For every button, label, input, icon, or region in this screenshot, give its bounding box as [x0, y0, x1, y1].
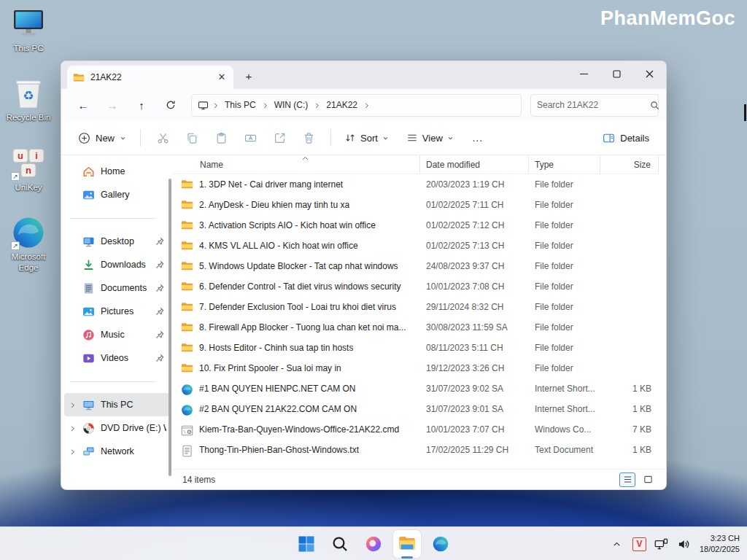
view-button-label: View	[422, 133, 443, 144]
desktop: PhanMemGoc This PC♻Recycle Binuin↗UniKey…	[0, 0, 747, 560]
file-row[interactable]: #1 BAN QUYEN HIENPC.NET CAM ON31/07/2023…	[172, 378, 659, 399]
file-type: File folder	[529, 363, 600, 373]
clock[interactable]: 3:23 CH 18/02/2025	[700, 533, 743, 555]
file-type: File folder	[529, 261, 600, 271]
file-row[interactable]: 2. AnyDesk - Dieu khien may tinh tu xa01…	[172, 195, 659, 215]
svg-text:i: i	[35, 150, 38, 161]
file-row[interactable]: Kiem-Tra-Ban-Quyen-Windows-Office-21AK22…	[172, 419, 659, 440]
close-button[interactable]	[633, 61, 666, 86]
breadcrumb[interactable]: This PC WIN (C:) 21AK22	[191, 94, 522, 117]
minimize-button[interactable]	[568, 61, 600, 86]
file-date-modified: 10/01/2023 7:08 CH	[420, 281, 529, 292]
chevron-right-icon	[212, 102, 219, 109]
desktop-icon-this-pc[interactable]: This PC	[4, 7, 53, 53]
sort-button[interactable]: Sort	[338, 128, 395, 148]
file-size: 1 KB	[600, 445, 659, 455]
view-button[interactable]: View	[400, 128, 460, 148]
column-header-type[interactable]: Type	[529, 155, 600, 174]
taskbar-copilot-button[interactable]	[360, 530, 387, 558]
sidebar-item-gallery[interactable]: Gallery	[64, 183, 169, 206]
sidebar-item-this-pc[interactable]: This PC	[64, 393, 169, 416]
rename-button[interactable]	[236, 125, 265, 150]
chevron-right-icon[interactable]	[67, 402, 77, 408]
taskbar-explorer-button[interactable]	[393, 530, 421, 558]
sidebar-scrollbar[interactable]	[169, 179, 171, 476]
desktop-icon-microsoft-edge[interactable]: ↗Microsoft Edge	[4, 216, 53, 273]
share-button[interactable]	[265, 125, 294, 150]
taskbar-search-button[interactable]	[326, 530, 354, 558]
new-button[interactable]: New	[71, 128, 133, 149]
details-button-label: Details	[620, 133, 649, 144]
column-header-size[interactable]: Size	[600, 155, 659, 174]
delete-button[interactable]	[294, 125, 323, 150]
search-input[interactable]	[537, 100, 650, 110]
sidebar-item-desktop[interactable]: Desktop	[64, 230, 169, 253]
search-box[interactable]	[530, 94, 659, 117]
up-button[interactable]: ↑	[131, 94, 152, 116]
details-button[interactable]: Details	[596, 128, 656, 149]
file-name-cell: 6. Defender Control - Tat diet virus win…	[172, 281, 420, 292]
new-tab-button[interactable]: +	[239, 68, 258, 87]
sidebar-item-pictures[interactable]: Pictures	[64, 300, 169, 323]
file-type: Internet Short...	[529, 404, 600, 414]
file-row[interactable]: 7. Defender Exclusion Tool - Loai tru kh…	[172, 297, 659, 317]
file-row[interactable]: 6. Defender Control - Tat diet virus win…	[172, 276, 659, 297]
volume-icon[interactable]	[677, 537, 692, 551]
file-row[interactable]: 9. Hosts Editor - Chinh sua tap tin host…	[172, 338, 659, 358]
thumbnail-view-toggle[interactable]	[640, 472, 656, 487]
unikey-input-indicator[interactable]: V	[632, 537, 646, 551]
file-row[interactable]: Thong-Tin-Phien-Ban-Ghost-Windows.txt17/…	[172, 440, 659, 460]
desktop-icon-recycle-bin[interactable]: ♻Recycle Bin	[4, 77, 53, 122]
cut-button[interactable]	[148, 125, 177, 150]
list-view-toggle[interactable]	[619, 472, 635, 487]
file-row[interactable]: #2 BAN QUYEN 21AK22.COM CAM ON31/07/2023…	[172, 399, 659, 419]
file-row[interactable]: 10. Fix Print Spooler - Sua loi may in19…	[172, 358, 659, 378]
desktop-icon-unikey[interactable]: uin↗UniKey	[4, 147, 53, 192]
sidebar-item-label: Network	[101, 446, 166, 456]
column-header-name[interactable]: Name	[172, 155, 420, 174]
chevron-right-icon[interactable]	[67, 448, 77, 455]
paste-button[interactable]	[206, 125, 236, 150]
copy-button[interactable]	[177, 125, 206, 150]
breadcrumb-21ak22[interactable]: 21AK22	[324, 98, 360, 112]
more-options-button[interactable]: ...	[465, 127, 490, 149]
taskbar-edge-button[interactable]	[427, 530, 454, 558]
sidebar-item-network[interactable]: Network	[64, 440, 169, 463]
file-name-cell: 8. Firewall App Blocker - Tuong lua chan…	[172, 322, 420, 333]
tab-close-icon[interactable]: ✕	[216, 71, 228, 83]
sort-arrows-icon	[344, 132, 356, 144]
breadcrumb-win-c[interactable]: WIN (C:)	[272, 98, 311, 112]
tray-chevron-up-icon[interactable]	[610, 537, 624, 551]
refresh-button[interactable]	[160, 94, 182, 116]
file-name-cell: 10. Fix Print Spooler - Sua loi may in	[172, 363, 420, 374]
file-row[interactable]: 8. Firewall App Blocker - Tuong lua chan…	[172, 317, 659, 338]
address-bar: ← → ↑ This PC WIN (C:) 21AK22	[61, 89, 666, 121]
pc-desktop-icon	[12, 7, 45, 41]
column-header-date-modified[interactable]: Date modified	[420, 155, 529, 174]
file-row[interactable]: 3. Activation Scripts AIO - Kich hoat wi…	[172, 215, 659, 236]
breadcrumb-this-pc[interactable]: This PC	[222, 98, 258, 112]
tab-title: 21AK22	[90, 72, 210, 82]
network-icon[interactable]	[654, 537, 669, 551]
sidebar-item-videos[interactable]: Videos	[64, 346, 169, 370]
file-row[interactable]: 5. Windows Update Blocker - Tat cap nhat…	[172, 256, 659, 276]
cursor-artifact	[744, 104, 746, 121]
chevron-right-icon[interactable]	[67, 425, 77, 432]
file-type: Internet Short...	[529, 384, 600, 394]
sidebar-item-home[interactable]: Home	[64, 160, 169, 183]
forward-button[interactable]: →	[101, 94, 123, 116]
sidebar-item-downloads[interactable]: Downloads	[64, 253, 169, 276]
sidebar-item-documents[interactable]: Documents	[64, 276, 169, 300]
maximize-button[interactable]	[600, 61, 633, 86]
file-row[interactable]: 1. 3DP Net - Cai driver mang internet20/…	[172, 174, 659, 195]
file-row[interactable]: 4. KMS VL ALL AIO - Kich hoat win office…	[172, 236, 659, 256]
back-button[interactable]: ←	[72, 94, 94, 116]
file-type: File folder	[529, 220, 600, 230]
folder-icon	[181, 302, 193, 313]
sidebar-item-music[interactable]: Music	[64, 323, 169, 346]
explorer-tab[interactable]: 21AK22 ✕	[67, 66, 233, 89]
file-date-modified: 08/11/2023 5:11 CH	[420, 343, 529, 353]
chevron-right-icon	[314, 102, 320, 109]
taskbar-start-button[interactable]	[293, 530, 320, 558]
sidebar-item-dvd-drive-e-w[interactable]: DVD Drive (E:) W	[64, 416, 169, 440]
